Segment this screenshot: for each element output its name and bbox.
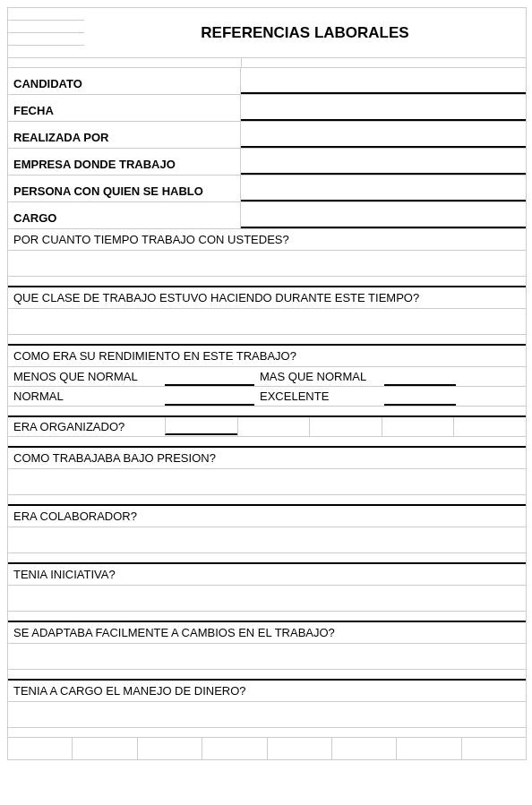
rating-normal-label: NORMAL <box>8 387 165 406</box>
input-fecha[interactable] <box>241 95 526 121</box>
rating-normal-input[interactable] <box>165 387 254 406</box>
input-candidato[interactable] <box>241 68 526 94</box>
label-fecha: FECHA <box>8 95 241 121</box>
bottom-cell <box>8 738 73 759</box>
header-row: REFERENCIAS LABORALES <box>8 8 526 58</box>
question-presion: COMO TRABAJABA BAJO PRESION? <box>8 448 526 469</box>
section-divider <box>8 437 526 448</box>
label-cargo: CARGO <box>8 202 241 228</box>
section-divider <box>8 495 526 506</box>
bottom-cell <box>73 738 137 759</box>
question-organizado-row: ERA ORGANIZADO? <box>8 417 526 437</box>
label-persona: PERSONA CON QUIEN SE HABLO <box>8 176 241 201</box>
rating-mas-label: MAS QUE NORMAL <box>254 367 384 386</box>
rating-row-1: MENOS QUE NORMAL MAS QUE NORMAL <box>8 367 526 387</box>
bottom-row <box>8 738 526 759</box>
section-divider <box>8 407 526 417</box>
bottom-cell <box>138 738 202 759</box>
organizado-cell[interactable] <box>237 417 310 436</box>
input-empresa[interactable] <box>241 149 526 175</box>
question-clase-trabajo: QUE CLASE DE TRABAJO ESTUVO HACIENDO DUR… <box>8 287 526 309</box>
question-colaborador: ERA COLABORADOR? <box>8 506 526 527</box>
question-iniciativa: TENIA INICIATIVA? <box>8 564 526 586</box>
answer-iniciativa[interactable] <box>8 586 526 612</box>
rating-excelente-label: EXCELENTE <box>254 387 384 406</box>
header-left-cells <box>8 8 84 57</box>
field-realizada-por: REALIZADA POR <box>8 122 526 149</box>
spacer <box>8 58 526 68</box>
form-title: REFERENCIAS LABORALES <box>84 8 526 57</box>
field-candidato: CANDIDATO <box>8 68 526 95</box>
section-divider <box>8 728 526 738</box>
answer-presion[interactable] <box>8 469 526 495</box>
field-cargo: CARGO <box>8 202 526 229</box>
bottom-cell <box>462 738 526 759</box>
bottom-cell <box>202 738 267 759</box>
question-rendimiento: COMO ERA SU RENDIMIENTO EN ESTE TRABAJO? <box>8 346 526 367</box>
input-cargo[interactable] <box>241 202 526 228</box>
answer-colaborador[interactable] <box>8 527 526 553</box>
section-divider <box>8 335 526 346</box>
input-realizada-por[interactable] <box>241 122 526 148</box>
organizado-cell[interactable] <box>165 417 237 435</box>
answer-dinero[interactable] <box>8 702 526 728</box>
header-small-cell <box>8 33 84 46</box>
label-empresa: EMPRESA DONDE TRABAJO <box>8 149 241 175</box>
rating-spacer <box>456 387 526 406</box>
section-divider <box>8 670 526 681</box>
rating-spacer <box>456 367 526 386</box>
organizado-cell[interactable] <box>382 417 454 436</box>
question-organizado: ERA ORGANIZADO? <box>8 417 165 436</box>
section-divider <box>8 553 526 564</box>
rating-excelente-input[interactable] <box>384 387 456 406</box>
bottom-cell <box>332 738 397 759</box>
organizado-cell[interactable] <box>453 417 526 436</box>
header-small-cell <box>8 21 84 33</box>
header-small-cell <box>8 8 84 21</box>
header-small-cell <box>8 46 84 57</box>
field-fecha: FECHA <box>8 95 526 122</box>
answer-adaptaba[interactable] <box>8 644 526 670</box>
form-container: REFERENCIAS LABORALES CANDIDATO FECHA RE… <box>7 7 527 760</box>
answer-clase-trabajo[interactable] <box>8 309 526 335</box>
rating-menos-label: MENOS QUE NORMAL <box>8 367 165 386</box>
label-realizada-por: REALIZADA POR <box>8 122 241 148</box>
rating-menos-input[interactable] <box>165 367 254 386</box>
organizado-cell[interactable] <box>309 417 382 436</box>
bottom-cell <box>397 738 461 759</box>
input-persona[interactable] <box>241 176 526 201</box>
rating-row-2: NORMAL EXCELENTE <box>8 387 526 407</box>
section-divider <box>8 612 526 622</box>
field-empresa: EMPRESA DONDE TRABAJO <box>8 149 526 176</box>
rating-mas-input[interactable] <box>384 367 456 386</box>
question-tiempo: POR CUANTO TIEMPO TRABAJO CON USTEDES? <box>8 229 526 251</box>
label-candidato: CANDIDATO <box>8 68 241 94</box>
section-divider <box>8 277 526 287</box>
bottom-cell <box>268 738 332 759</box>
answer-tiempo[interactable] <box>8 251 526 277</box>
field-persona: PERSONA CON QUIEN SE HABLO <box>8 176 526 202</box>
question-dinero: TENIA A CARGO EL MANEJO DE DINERO? <box>8 681 526 702</box>
question-adaptaba: SE ADAPTABA FACILMENTE A CAMBIOS EN EL T… <box>8 622 526 644</box>
